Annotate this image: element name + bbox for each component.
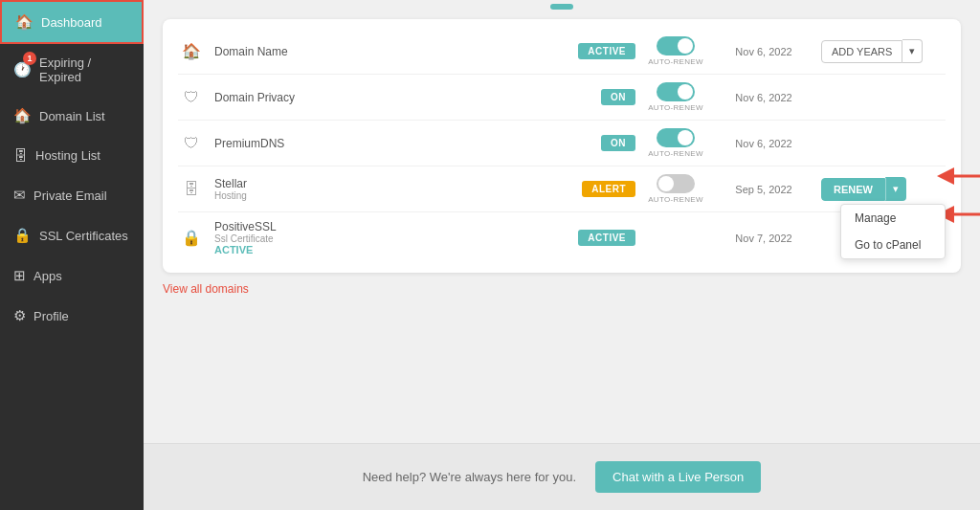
domain-privacy-text: Domain Privacy — [214, 91, 591, 104]
sidebar-item-private-email-label: Private Email — [33, 188, 107, 203]
sidebar-item-expiring-label: Expiring / Expired — [39, 55, 130, 84]
table-row: 🗄 Stellar Hosting ALERT AUTO-RENEW Sep 5… — [178, 166, 946, 212]
stellar-info: Stellar Hosting — [214, 177, 572, 201]
stellar-toggle-track — [657, 174, 695, 193]
dropdown-item-go-to-cpanel[interactable]: Go to cPanel — [841, 232, 945, 258]
stellar-icon: 🗄 — [178, 181, 205, 198]
premium-dns-status: ON — [601, 135, 635, 151]
dashboard-icon: 🏠 — [15, 13, 33, 31]
premium-dns-toggle-wrap: AUTO-RENEW — [645, 128, 706, 158]
profile-icon: ⚙ — [13, 307, 26, 324]
domain-privacy-info: Domain Privacy — [214, 91, 591, 104]
positive-ssl-info: PositiveSSL Ssl Certificate ACTIVE — [214, 220, 568, 255]
table-row: 🏠 Domain Name ACTIVE AUTO-RENEW Nov 6, 2… — [178, 29, 946, 75]
sidebar-item-expiring[interactable]: 🕐 Expiring / Expired 1 — [0, 44, 144, 96]
domain-name-action: ADD YEARS ▾ — [821, 39, 946, 63]
domain-privacy-toggle-knob — [678, 84, 693, 100]
premium-dns-icon: 🛡 — [178, 135, 205, 152]
positive-ssl-status: ACTIVE — [578, 230, 635, 246]
domain-name-icon: 🏠 — [178, 42, 205, 60]
stellar-auto-renew-label: AUTO-RENEW — [648, 195, 703, 204]
expiring-badge: 1 — [23, 52, 36, 65]
sidebar: 🏠 Dashboard 🕐 Expiring / Expired 1 🏠 Dom… — [0, 0, 144, 510]
domain-privacy-auto-renew-label: AUTO-RENEW — [648, 103, 703, 112]
domain-privacy-status: ON — [601, 89, 635, 105]
dropdown-item-manage[interactable]: Manage — [841, 205, 945, 232]
positive-ssl-status-text: ACTIVE — [214, 244, 568, 255]
sidebar-item-apps[interactable]: ⊞ Apps — [0, 255, 144, 296]
premium-dns-auto-renew-label: AUTO-RENEW — [648, 149, 703, 158]
stellar-action: RENEW ▾ Manage Go to cPanel — [821, 177, 946, 201]
renew-dropdown-menu: Manage Go to cPanel — [840, 204, 946, 259]
premium-dns-text: PremiumDNS — [214, 137, 591, 150]
positive-ssl-icon: 🔒 — [178, 229, 205, 247]
private-email-icon: ✉ — [13, 187, 26, 204]
positive-ssl-date: Nov 7, 2022 — [716, 233, 812, 244]
domain-privacy-date: Nov 6, 2022 — [716, 92, 812, 103]
premium-dns-toggle-knob — [678, 130, 693, 145]
domain-privacy-toggle-track — [657, 82, 695, 101]
stellar-toggle-wrap: AUTO-RENEW — [645, 174, 706, 204]
scroll-indicator — [144, 0, 980, 10]
main-content: 🏠 Domain Name ACTIVE AUTO-RENEW Nov 6, 2… — [144, 0, 980, 510]
chat-button[interactable]: Chat with a Live Person — [595, 461, 761, 493]
domain-list-icon: 🏠 — [13, 107, 32, 124]
footer-help: Need help? We're always here for you. Ch… — [144, 443, 980, 510]
stellar-toggle[interactable] — [657, 174, 695, 193]
domain-privacy-toggle[interactable] — [657, 82, 695, 101]
sidebar-item-dashboard[interactable]: 🏠 Dashboard — [0, 0, 144, 44]
renew-dropdown-button[interactable]: ▾ — [885, 177, 906, 201]
premium-dns-toggle-track — [657, 128, 695, 147]
sidebar-item-apps-label: Apps — [33, 269, 62, 283]
stellar-toggle-knob — [658, 176, 674, 191]
ssl-icon: 🔒 — [13, 227, 32, 244]
table-row: 🔒 PositiveSSL Ssl Certificate ACTIVE ACT… — [178, 212, 946, 263]
domain-name-info: Domain Name — [214, 45, 568, 58]
sidebar-item-dashboard-label: Dashboard — [41, 15, 102, 30]
sidebar-item-profile-label: Profile — [33, 309, 69, 323]
sidebar-item-ssl-certificates[interactable]: 🔒 SSL Certificates — [0, 215, 144, 255]
table-row: 🛡 Domain Privacy ON AUTO-RENEW Nov 6, 20… — [178, 75, 946, 121]
premium-dns-info: PremiumDNS — [214, 137, 591, 150]
add-years-button[interactable]: ADD YEARS — [821, 40, 902, 63]
add-years-dropdown-button[interactable]: ▾ — [902, 39, 923, 63]
domain-name-toggle-track — [657, 36, 695, 55]
stellar-date: Sep 5, 2022 — [716, 184, 812, 195]
domain-name-toggle-wrap: AUTO-RENEW — [645, 36, 706, 66]
domain-name-date: Nov 6, 2022 — [716, 46, 812, 57]
footer-help-text: Need help? We're always here for you. — [363, 470, 576, 484]
domain-privacy-icon: 🛡 — [178, 89, 205, 106]
sidebar-item-ssl-label: SSL Certificates — [39, 229, 128, 243]
positive-ssl-name: PositiveSSL — [214, 220, 568, 233]
hosting-list-icon: 🗄 — [13, 147, 28, 164]
renew-button[interactable]: RENEW — [821, 178, 885, 201]
table-row: 🛡 PremiumDNS ON AUTO-RENEW Nov 6, 2022 — [178, 121, 946, 166]
domain-name-toggle[interactable] — [657, 36, 695, 55]
apps-icon: ⊞ — [13, 267, 26, 284]
domain-name-auto-renew-label: AUTO-RENEW — [648, 57, 703, 66]
positive-ssl-sub: Ssl Certificate — [214, 233, 568, 244]
domains-card: 🏠 Domain Name ACTIVE AUTO-RENEW Nov 6, 2… — [163, 19, 961, 273]
sidebar-item-private-email[interactable]: ✉ Private Email — [0, 175, 144, 215]
sidebar-item-domain-list-label: Domain List — [39, 109, 105, 123]
domain-name-toggle-knob — [678, 38, 693, 54]
content-area: 🏠 Domain Name ACTIVE AUTO-RENEW Nov 6, 2… — [144, 10, 980, 443]
sidebar-item-hosting-list[interactable]: 🗄 Hosting List — [0, 136, 144, 175]
stellar-status: ALERT — [582, 181, 635, 197]
view-all-domains-link[interactable]: View all domains — [163, 282, 249, 296]
domain-privacy-toggle-wrap: AUTO-RENEW — [645, 82, 706, 112]
sidebar-item-domain-list[interactable]: 🏠 Domain List — [0, 96, 144, 136]
sidebar-item-hosting-list-label: Hosting List — [35, 148, 100, 163]
premium-dns-toggle[interactable] — [657, 128, 695, 147]
stellar-name: Stellar — [214, 177, 572, 190]
stellar-sub: Hosting — [214, 190, 572, 201]
sidebar-item-profile[interactable]: ⚙ Profile — [0, 296, 144, 336]
premium-dns-date: Nov 6, 2022 — [716, 138, 812, 149]
domain-name-text: Domain Name — [214, 45, 568, 58]
domain-name-status: ACTIVE — [578, 43, 635, 59]
